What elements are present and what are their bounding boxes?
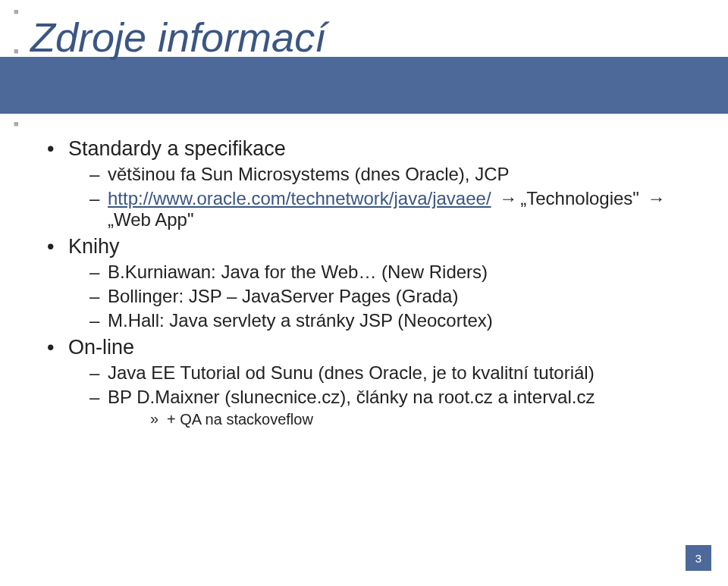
list-item: B.Kurniawan: Java for the Web… (New Ride… (89, 262, 698, 283)
item-label: On-line (68, 336, 134, 359)
list-item: http://www.oracle.com/technetwork/java/j… (89, 188, 698, 230)
item-label: Java EE Tutorial od Sunu (dnes Oracle, j… (108, 362, 595, 383)
page-number: 3 (686, 545, 711, 571)
list-item: M.Hall: Java servlety a stránky JSP (Neo… (89, 310, 698, 331)
title-band (0, 57, 728, 114)
list-item: BP D.Maixner (slunecnice.cz), články na … (89, 387, 698, 428)
breadcrumb-part: „Web App" (108, 209, 193, 230)
decorative-dot: ■ (14, 47, 19, 55)
url-link[interactable]: http://www.oracle.com/technetwork/java/j… (108, 188, 491, 208)
list-item: + QA na stackoveflow (150, 411, 698, 428)
item-label: BP D.Maixner (slunecnice.cz), články na … (108, 387, 595, 407)
item-label: Bollinger: JSP – JavaServer Pages (Grada… (108, 286, 458, 306)
item-label: B.Kurniawan: Java for the Web… (New Ride… (108, 262, 488, 282)
slide-content: Standardy a specifikace většinou fa Sun … (47, 133, 698, 433)
arrow-icon: → (496, 188, 520, 209)
item-label: Standardy a specifikace (68, 137, 286, 160)
breadcrumb-part: „Technologies" (520, 188, 639, 208)
list-item: Knihy B.Kurniawan: Java for the Web… (Ne… (47, 235, 698, 331)
list-item: Bollinger: JSP – JavaServer Pages (Grada… (89, 286, 698, 307)
slide-title: Zdroje informací (30, 14, 326, 61)
item-label: většinou fa Sun Microsystems (dnes Oracl… (108, 164, 510, 184)
slide: ■ ■ ■ Zdroje informací Standardy a speci… (0, 0, 728, 586)
list-item: On-line Java EE Tutorial od Sunu (dnes O… (47, 336, 698, 428)
arrow-icon: → (645, 188, 669, 209)
item-label: M.Hall: Java servlety a stránky JSP (Neo… (108, 310, 493, 331)
item-label: + QA na stackoveflow (167, 411, 313, 428)
decorative-dot: ■ (14, 8, 19, 16)
decorative-dot: ■ (14, 120, 19, 128)
list-item: Standardy a specifikace většinou fa Sun … (47, 137, 698, 230)
list-item: Java EE Tutorial od Sunu (dnes Oracle, j… (89, 362, 698, 384)
item-label: Knihy (68, 235, 120, 258)
list-item: většinou fa Sun Microsystems (dnes Oracl… (89, 164, 698, 185)
